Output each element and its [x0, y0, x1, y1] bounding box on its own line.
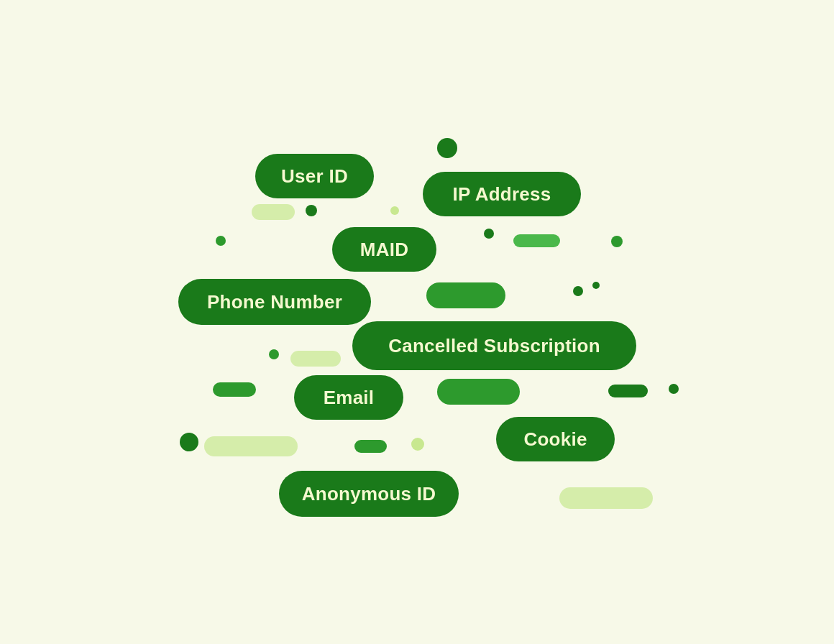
user-id-label: User ID — [281, 165, 348, 188]
maid-pill: MAID — [332, 227, 436, 272]
dot-7 — [573, 286, 583, 296]
deco-pill-6 — [290, 351, 341, 367]
dot-1 — [437, 138, 457, 158]
dot-6 — [611, 236, 623, 247]
email-pill: Email — [294, 375, 403, 420]
dot-2 — [306, 205, 317, 216]
cookie-label: Cookie — [523, 428, 587, 451]
deco-pill-5 — [426, 282, 505, 308]
deco-pill-2 — [252, 204, 295, 220]
dot-4 — [216, 236, 226, 246]
maid-label: MAID — [360, 239, 408, 261]
phone-number-label: Phone Number — [207, 291, 342, 313]
anonymous-id-label: Anonymous ID — [302, 483, 436, 505]
ip-address-label: IP Address — [453, 183, 551, 206]
email-label: Email — [324, 387, 375, 409]
deco-pill-9 — [608, 385, 648, 397]
dot-11 — [180, 433, 198, 451]
deco-pill-11 — [354, 440, 387, 453]
dot-5 — [484, 229, 494, 239]
ip-address-pill: IP Address — [423, 172, 581, 216]
anonymous-id-pill: Anonymous ID — [279, 471, 459, 517]
cancelled-subscription-label: Cancelled Subscription — [388, 335, 600, 357]
deco-pill-10 — [204, 436, 298, 456]
deco-pill-7 — [213, 382, 256, 397]
dot-8 — [592, 282, 600, 289]
cookie-pill: Cookie — [496, 417, 615, 461]
dot-12 — [411, 438, 424, 451]
phone-number-pill: Phone Number — [178, 279, 371, 325]
cancelled-subscription-pill: Cancelled Subscription — [352, 321, 636, 370]
deco-pill-12 — [559, 487, 653, 509]
dot-3 — [390, 206, 399, 215]
user-id-pill: User ID — [255, 154, 374, 198]
deco-pill-8 — [437, 379, 520, 405]
deco-pill-3 — [513, 234, 560, 247]
dot-9 — [269, 349, 279, 359]
dot-10 — [669, 384, 679, 394]
